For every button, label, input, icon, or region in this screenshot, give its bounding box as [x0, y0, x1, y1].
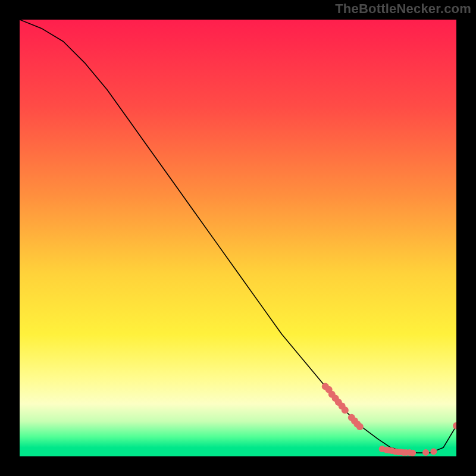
watermark-text: TheBottleNecker.com	[335, 1, 471, 17]
chart-stage: TheBottleNecker.com	[0, 0, 476, 476]
data-points-upper-cluster	[322, 383, 364, 431]
bottleneck-curve	[20, 20, 456, 453]
data-point	[430, 448, 437, 455]
plot-area	[20, 20, 456, 456]
data-points-lower-cluster	[379, 446, 437, 456]
data-point	[409, 450, 416, 456]
chart-overlay	[20, 20, 456, 456]
data-point	[342, 406, 349, 414]
data-point	[422, 449, 429, 456]
end-point-dot	[453, 422, 456, 430]
data-point	[356, 423, 364, 430]
